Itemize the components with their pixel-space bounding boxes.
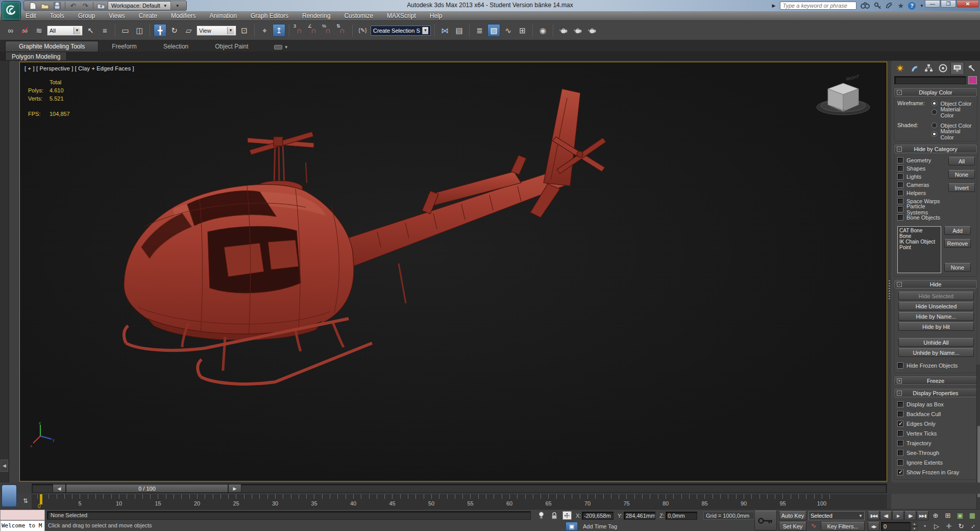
menu-customize[interactable]: Customize	[344, 12, 373, 19]
angle-snap-icon[interactable]: ∩∠	[307, 24, 320, 37]
project-folder-button[interactable]	[95, 1, 107, 10]
percent-snap-icon[interactable]: ∩%	[322, 24, 334, 37]
rectangular-selection-region-icon[interactable]: ▭	[119, 24, 132, 37]
maximize-viewport-toggle-icon[interactable]: ↕	[968, 521, 979, 531]
menu-edit[interactable]: Edit	[26, 12, 36, 19]
checkbox-edges-only[interactable]	[897, 421, 903, 427]
rollout-header-display-color[interactable]: -Display Color	[894, 88, 977, 96]
menu-create[interactable]: Create	[139, 12, 157, 19]
hierarchy-tab[interactable]	[922, 62, 936, 74]
x-coordinate-field[interactable]: -209,658m	[582, 512, 614, 520]
curve-editor-icon[interactable]: ∿	[502, 24, 514, 37]
checkbox-particle-systems[interactable]	[897, 206, 903, 212]
checkbox-bone-objects[interactable]	[897, 214, 903, 221]
zoom-extents-all-icon[interactable]: ▦	[967, 511, 978, 520]
time-configuration-icon[interactable]: ◔	[919, 521, 930, 531]
checkbox-hide-frozen-objects[interactable]	[897, 363, 903, 369]
none-button[interactable]: None	[948, 170, 975, 179]
render-setup-icon[interactable]	[557, 24, 570, 37]
ribbon-minimize-button[interactable]: ▼	[274, 45, 288, 52]
adaptive-degradation-bulb-icon[interactable]	[536, 511, 546, 520]
next-frame-arrow[interactable]: ▶	[228, 484, 241, 493]
material-editor-icon[interactable]: ◉	[536, 24, 549, 37]
qat-overflow-button[interactable]: ▼	[172, 1, 183, 10]
absolute-offset-mode-icon[interactable]	[562, 511, 572, 520]
invert-button[interactable]: Invert	[948, 183, 975, 192]
frame-spinner[interactable]: ▲▼	[912, 522, 917, 531]
track-bar-toggle-icon[interactable]: ⇅	[20, 496, 31, 506]
rollout-header-display-properties[interactable]: -Display Properties	[894, 389, 977, 397]
search-binoculars-icon[interactable]	[861, 2, 870, 9]
snaps-toggle-icon[interactable]: ∩3	[293, 24, 306, 37]
undo-button[interactable]: ↶	[67, 1, 79, 10]
open-mini-curve-editor-button[interactable]	[2, 485, 17, 507]
save-file-button[interactable]	[52, 1, 63, 10]
track-bar[interactable]: 0 51015202530354045505560657075808590951…	[32, 494, 887, 509]
checkbox-helpers[interactable]	[897, 190, 903, 196]
radio-material-color[interactable]	[932, 109, 937, 115]
maxscript-mini-listener-macro[interactable]	[0, 510, 45, 520]
reference-coordinate-system-dropdown[interactable]: View▼	[197, 26, 236, 36]
orbit-icon[interactable]: ↻	[955, 521, 967, 531]
checkbox-shapes[interactable]	[897, 165, 903, 172]
hide-selected-button[interactable]: Hide Selected	[898, 292, 974, 300]
open-file-button[interactable]	[39, 1, 51, 10]
menu-rendering[interactable]: Rendering	[302, 12, 330, 19]
perspective-viewport[interactable]: [ + ] [ Perspective ] [ Clay + Edged Fac…	[19, 62, 887, 481]
use-pivot-point-center-icon[interactable]: ⊡	[238, 24, 251, 37]
search-input[interactable]	[780, 2, 856, 10]
ribbon-tab-freeform[interactable]: Freeform	[99, 41, 150, 52]
viewport-layout-tab-button[interactable]: ◀	[1, 460, 8, 472]
unhide-all-button[interactable]: Unhide All	[898, 338, 974, 347]
menu-help[interactable]: Help	[430, 12, 443, 19]
hide-unselected-button[interactable]: Hide Unselected	[898, 302, 974, 310]
key-filter-curve-icon[interactable]: ∿	[808, 522, 819, 531]
z-coordinate-field[interactable]: 0,0mm	[666, 512, 697, 520]
previous-frame-icon[interactable]: ◀▮	[880, 511, 892, 520]
current-frame-marker[interactable]	[40, 494, 42, 504]
checkbox-backface-cull[interactable]	[897, 411, 903, 417]
go-to-end-icon[interactable]: ▶▶▮	[917, 511, 928, 520]
workspace-dropdown[interactable]: Workspace: Default ▼	[108, 1, 171, 10]
selection-filter-dropdown[interactable]: All▼	[47, 26, 83, 36]
key-mode-toggle[interactable]: ◀▶	[868, 522, 879, 531]
new-file-button[interactable]	[27, 1, 38, 10]
checkbox-ignore-extents[interactable]	[897, 460, 903, 466]
selection-arrow-icon[interactable]: ▷	[931, 521, 942, 531]
radio-material-color[interactable]	[932, 131, 937, 137]
align-icon[interactable]: ▤	[453, 24, 465, 37]
checkbox-display-as-box[interactable]	[897, 401, 903, 407]
zoom-extents-icon[interactable]: ▣	[954, 511, 966, 520]
create-tab[interactable]	[893, 62, 907, 74]
display-tab[interactable]	[950, 62, 964, 74]
previous-frame-arrow[interactable]: ◀	[53, 484, 66, 493]
window-crossing-toggle-icon[interactable]: ◫	[133, 24, 146, 37]
view-cube[interactable]: FRONT RIGHT	[810, 74, 876, 120]
play-animation-icon[interactable]: ▶	[892, 511, 904, 520]
unlink-selection-icon[interactable]: ∞	[18, 24, 31, 37]
checkbox-geometry[interactable]	[897, 157, 903, 163]
list-item-bone[interactable]: Bone	[899, 233, 939, 239]
menu-tools[interactable]: Tools	[50, 12, 64, 19]
set-key-button[interactable]: Set Key	[779, 522, 806, 531]
menu-graph-editors[interactable]: Graph Editors	[251, 12, 288, 19]
bone-category-list[interactable]: CAT BoneBoneIK Chain ObjectPoint	[897, 226, 941, 273]
mirror-icon[interactable]: ⋈	[438, 24, 451, 37]
select-and-manipulate-icon[interactable]: ⌖	[258, 24, 271, 37]
set-keys-button[interactable]	[754, 511, 777, 530]
pan-view-icon[interactable]: ✛	[943, 521, 954, 531]
auto-key-button[interactable]: Auto Key	[779, 511, 806, 520]
menu-animation[interactable]: Animation	[210, 12, 237, 19]
select-by-name-icon[interactable]: ≡	[99, 24, 111, 37]
rollout-header-freeze[interactable]: +Freeze	[894, 376, 977, 385]
current-frame-field[interactable]: 0	[881, 522, 911, 531]
motion-tab[interactable]	[936, 62, 950, 74]
checkbox-show-frozen-in-gray[interactable]	[897, 469, 903, 475]
key-filters-button[interactable]: Key Filters...	[821, 522, 865, 531]
ribbon-tab-object-paint[interactable]: Object Paint	[202, 41, 261, 52]
help-dropdown-icon[interactable]: ▼	[920, 4, 924, 8]
radio-object-color[interactable]	[932, 101, 937, 106]
hide-by-name-button[interactable]: Hide by Name...	[898, 312, 974, 321]
time-slider-track[interactable]: ◀ 0 / 100 ▶	[32, 484, 887, 493]
time-slider-thumb[interactable]: ◀ 0 / 100 ▶	[53, 484, 241, 493]
